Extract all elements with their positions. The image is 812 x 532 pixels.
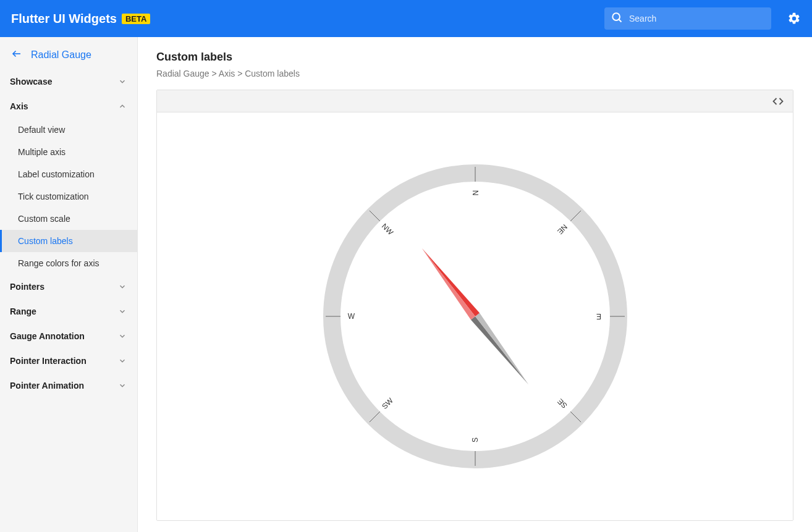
- sidebar-group-pointer-animation[interactable]: Pointer Animation: [0, 373, 137, 398]
- chevron-down-icon: [117, 356, 127, 366]
- search-input[interactable]: [629, 14, 765, 23]
- search-box[interactable]: [604, 7, 771, 30]
- sidebar-item-tick-customization[interactable]: Tick customization: [0, 185, 137, 208]
- sidebar-group-showcase[interactable]: Showcase: [0, 69, 137, 94]
- chevron-up-icon: [117, 101, 127, 111]
- sidebar-item-default-view[interactable]: Default view: [0, 119, 137, 141]
- svg-line-1: [619, 20, 622, 22]
- sidebar-group-pointers[interactable]: Pointers: [0, 274, 137, 299]
- gauge-label-n: N: [471, 190, 480, 196]
- brand-text: Flutter UI Widgets: [11, 12, 117, 26]
- chevron-down-icon: [117, 77, 127, 87]
- sidebar-group-label: Pointers: [10, 282, 44, 292]
- gauge-label-e: E: [596, 312, 601, 321]
- svg-marker-15: [421, 248, 475, 320]
- gauge-label-s: S: [471, 437, 480, 442]
- chevron-down-icon: [117, 306, 127, 316]
- demo-card: NNEESESSWWNW: [156, 90, 793, 521]
- settings-button[interactable]: [787, 12, 801, 25]
- sidebar-item-multiple-axis[interactable]: Multiple axis: [0, 141, 137, 163]
- search-icon: [611, 11, 623, 26]
- sidebar-item-range-colors-for-axis[interactable]: Range colors for axis: [0, 252, 137, 274]
- chevron-down-icon: [117, 331, 127, 341]
- sidebar-group-label: Range: [10, 306, 36, 316]
- sidebar-item-custom-scale[interactable]: Custom scale: [0, 208, 137, 230]
- brand: Flutter UI Widgets BETA: [11, 12, 150, 26]
- code-toggle-button[interactable]: [772, 95, 784, 108]
- app-header: Flutter UI Widgets BETA: [0, 0, 812, 37]
- radial-gauge: NNEESESSWWNW: [321, 162, 630, 471]
- main-content: Custom labels Radial Gauge > Axis > Cust…: [138, 37, 812, 532]
- sidebar-item-custom-labels[interactable]: Custom labels: [0, 230, 137, 252]
- sidebar-group-range[interactable]: Range: [0, 299, 137, 324]
- svg-marker-14: [421, 248, 479, 316]
- sidebar-group-gauge-annotation[interactable]: Gauge Annotation: [0, 324, 137, 348]
- svg-marker-13: [475, 313, 528, 384]
- sidebar: Radial Gauge ShowcaseAxisDefault viewMul…: [0, 37, 138, 532]
- svg-point-0: [612, 13, 620, 20]
- sidebar-group-label: Pointer Animation: [10, 381, 84, 391]
- arrow-left-icon: [11, 48, 22, 62]
- sidebar-back-label: Radial Gauge: [31, 49, 91, 61]
- chevron-down-icon: [117, 282, 127, 292]
- beta-badge: BETA: [122, 14, 150, 24]
- sidebar-group-pointer-interaction[interactable]: Pointer Interaction: [0, 348, 137, 373]
- sidebar-group-axis[interactable]: Axis: [0, 94, 137, 119]
- sidebar-group-label: Axis: [10, 101, 28, 111]
- sidebar-group-label: Pointer Interaction: [10, 356, 87, 366]
- chevron-down-icon: [117, 381, 127, 391]
- sidebar-back[interactable]: Radial Gauge: [0, 37, 137, 69]
- svg-marker-12: [470, 316, 528, 384]
- sidebar-group-label: Gauge Annotation: [10, 331, 85, 341]
- card-header: [157, 90, 793, 112]
- sidebar-item-label-customization[interactable]: Label customization: [0, 163, 137, 185]
- page-title: Custom labels: [156, 51, 793, 64]
- sidebar-group-label: Showcase: [10, 77, 52, 87]
- breadcrumb: Radial Gauge > Axis > Custom labels: [156, 69, 793, 78]
- gauge-label-w: W: [348, 312, 355, 321]
